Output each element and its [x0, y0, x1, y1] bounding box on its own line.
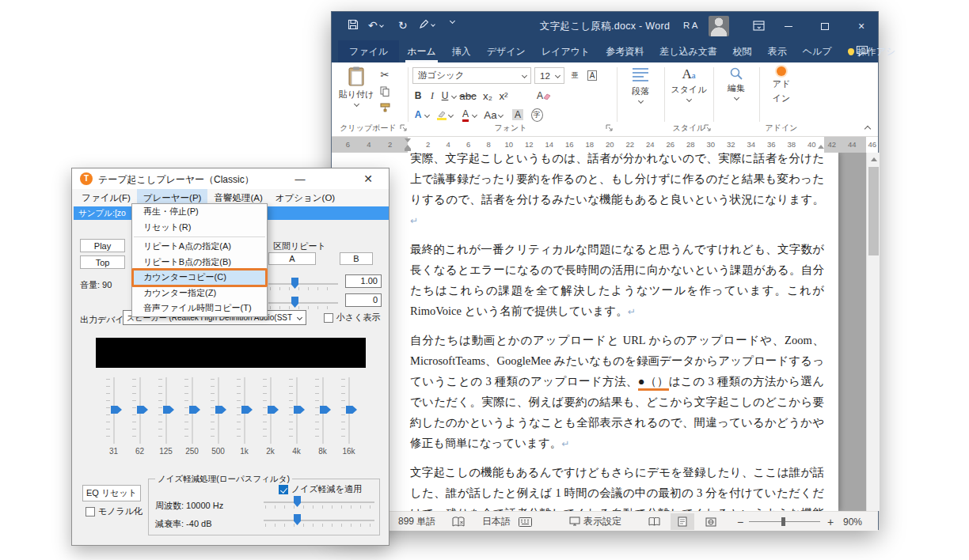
underline-menu-icon[interactable]	[451, 93, 457, 99]
ribbon-tab[interactable]: 操作アシ	[840, 40, 904, 62]
ribbon-tab[interactable]: ヘルプ	[795, 40, 840, 62]
paragraph-button[interactable]: 段落	[621, 66, 659, 119]
zoom-in-button[interactable]: +	[827, 512, 834, 532]
highlight-button[interactable]	[435, 108, 449, 122]
dropdown-menu-item[interactable]: カウンターコピー(C)	[132, 270, 267, 286]
font-name-combo[interactable]: 游ゴシック	[412, 67, 531, 84]
format-painter-button[interactable]	[378, 100, 392, 115]
repeat-a-button[interactable]: A	[268, 252, 316, 265]
pitch-value[interactable]: 0	[345, 293, 382, 307]
eq-slider-handle[interactable]	[241, 406, 253, 414]
eq-slider[interactable]: 16k	[336, 377, 362, 456]
zoom-slider-handle[interactable]	[781, 517, 785, 526]
bold-button[interactable]: B	[411, 89, 425, 103]
player-minimize-button[interactable]: —	[286, 168, 314, 189]
addins-button[interactable]: アドイン	[764, 66, 799, 119]
attenuation-slider[interactable]	[264, 514, 374, 527]
top-button[interactable]: Top	[80, 255, 125, 269]
ribbon-tab[interactable]: 参考資料	[598, 40, 652, 62]
dropdown-menu-item[interactable]: リセット(R)	[132, 220, 267, 236]
vertical-scrollbar[interactable]	[866, 153, 880, 511]
zoom-out-button[interactable]: −	[737, 512, 743, 532]
read-mode-button[interactable]	[642, 513, 666, 530]
styles-dialog-launcher[interactable]	[704, 124, 712, 133]
speed-value[interactable]: 1.00	[345, 274, 382, 288]
display-settings-icon[interactable]	[569, 512, 580, 532]
ribbon-tab[interactable]: 挿入	[444, 40, 479, 62]
ribbon-tab[interactable]: デザイン	[479, 40, 534, 62]
left-indent-marker[interactable]	[405, 149, 411, 151]
speed-slider[interactable]	[268, 278, 338, 290]
text-effects-menu-icon[interactable]	[424, 112, 430, 118]
repeat-b-button[interactable]: B	[340, 252, 373, 265]
user-initials[interactable]: R A	[683, 21, 698, 30]
display-settings-label[interactable]: 表示設定	[583, 512, 621, 532]
eq-slider-handle[interactable]	[111, 406, 122, 414]
proofing-icon[interactable]	[452, 512, 465, 532]
comments-icon[interactable]	[856, 45, 868, 57]
ribbon-tab[interactable]: ファイル	[338, 40, 399, 62]
enclose-characters-button[interactable]: 字	[530, 108, 544, 122]
eq-slider-handle[interactable]	[320, 406, 331, 414]
styles-button[interactable]: Aa スタイル	[669, 66, 709, 119]
eq-slider-handle[interactable]	[346, 406, 357, 414]
collapse-ribbon-icon[interactable]	[864, 126, 871, 132]
dropdown-menu-item[interactable]: 再生・停止(P)	[132, 204, 267, 220]
superscript-button[interactable]: x²	[496, 89, 511, 103]
zoom-level[interactable]: 90%	[843, 512, 862, 532]
change-case-button[interactable]: Aa	[484, 108, 503, 122]
eq-slider[interactable]: 8k	[310, 377, 336, 456]
eq-slider[interactable]: 250	[179, 377, 205, 456]
scroll-up-icon[interactable]	[871, 157, 877, 161]
first-line-indent-marker[interactable]	[405, 138, 411, 142]
font-dialog-launcher[interactable]	[606, 124, 614, 133]
ribbon-display-options-icon[interactable]	[753, 20, 765, 32]
highlight-menu-icon[interactable]	[448, 112, 454, 118]
frequency-slider[interactable]	[264, 496, 374, 509]
font-color-button[interactable]: A	[458, 108, 473, 122]
eq-slider[interactable]: 31	[101, 377, 127, 456]
scrollbar-thumb[interactable]	[868, 167, 879, 255]
eq-slider[interactable]: 125	[153, 377, 179, 456]
clear-formatting-button[interactable]: A	[534, 89, 553, 103]
ruby-button[interactable]: 亜	[568, 68, 582, 82]
eq-slider[interactable]: 2k	[257, 377, 283, 456]
eq-slider[interactable]: 1k	[231, 377, 257, 456]
subscript-button[interactable]: x₂	[481, 89, 495, 103]
language-status[interactable]: 日本語	[482, 512, 511, 532]
strikethrough-button[interactable]: abc	[458, 89, 477, 103]
dropdown-menu-item[interactable]: 音声ファイル時間コピー(T)	[132, 301, 267, 316]
eq-slider-handle[interactable]	[294, 406, 305, 414]
apply-noise-reduction-checkbox[interactable]: ノイズ軽減を適用	[279, 483, 362, 495]
web-layout-button[interactable]	[699, 513, 723, 530]
dropdown-menu-item[interactable]: リピートA点の指定(A)	[132, 239, 267, 255]
eq-reset-button[interactable]: EQ リセット	[82, 485, 141, 501]
mono-checkbox[interactable]: モノラル化	[86, 505, 142, 517]
character-shading-button[interactable]: A	[511, 108, 525, 122]
horizontal-ruler[interactable]: 642 246810121416182022242628303234363840…	[332, 137, 866, 153]
menu-item[interactable]: オプション(O)	[269, 189, 341, 206]
right-indent-marker[interactable]	[818, 145, 824, 149]
eq-slider[interactable]: 500	[205, 377, 231, 456]
maximize-button[interactable]	[807, 12, 843, 40]
copy-button[interactable]	[378, 84, 392, 98]
cut-button[interactable]: ✂	[378, 67, 392, 81]
underline-button[interactable]: U	[438, 89, 452, 103]
eq-slider-handle[interactable]	[268, 406, 279, 414]
minimize-button[interactable]	[770, 12, 807, 40]
dropdown-menu-item[interactable]: リピートB点の指定(B)	[132, 255, 267, 271]
character-border-button[interactable]: A	[585, 68, 599, 82]
dropdown-menu-item[interactable]: カウンター指定(Z)	[132, 286, 267, 301]
eq-slider-handle[interactable]	[215, 406, 226, 414]
clipboard-dialog-launcher[interactable]	[400, 124, 408, 133]
paste-button[interactable]: 貼り付け	[338, 66, 374, 119]
document-page[interactable]: 実際、文字起こしというものは、話者が分かれないので、実際に話者を分けた上で議事録…	[332, 153, 838, 511]
user-avatar[interactable]	[709, 16, 729, 36]
menu-item[interactable]: ファイル(F)	[75, 189, 137, 206]
ribbon-tab[interactable]: ホーム	[399, 40, 444, 62]
text-effects-button[interactable]: A	[411, 108, 425, 122]
editing-button[interactable]: 編集	[718, 66, 754, 119]
word-count[interactable]: 899 単語	[398, 512, 435, 532]
eq-slider[interactable]: 62	[127, 377, 153, 456]
pitch-slider[interactable]	[268, 297, 338, 309]
